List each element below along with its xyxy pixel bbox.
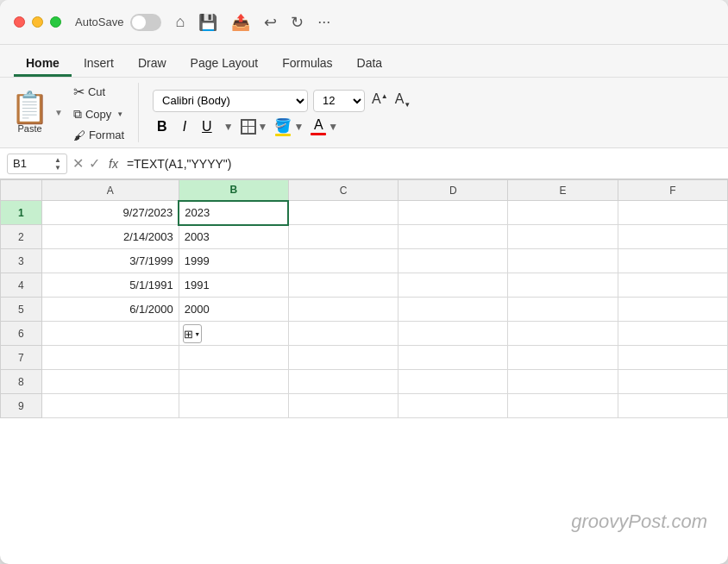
cell[interactable] [618,201,727,225]
row-header-3[interactable]: 3 [1,249,42,273]
cell[interactable] [508,370,618,394]
minimize-button[interactable] [32,16,43,28]
paste-dropdown[interactable]: ▼ [54,108,63,117]
cell[interactable] [399,298,508,322]
fill-color-button[interactable]: 🪣 ▼ [274,117,304,136]
cell[interactable] [399,225,508,249]
cell[interactable] [41,322,179,346]
cell[interactable] [618,298,727,322]
cell[interactable]: 9/27/2023 [41,201,179,225]
cell[interactable]: 2023 [179,201,288,225]
cell[interactable] [508,298,618,322]
autosave-toggle[interactable] [130,14,161,31]
more-icon[interactable]: ··· [317,13,330,31]
formula-input[interactable] [127,157,721,171]
cell[interactable] [288,273,398,298]
row-header-2[interactable]: 2 [1,225,42,249]
fill-color-dropdown-icon[interactable]: ▼ [293,121,304,133]
cell[interactable]: 2000 [179,298,288,322]
cell[interactable] [618,394,727,418]
bold-button[interactable]: B [153,117,172,136]
cell[interactable] [399,394,508,418]
redo-icon[interactable]: ↻ [291,13,304,32]
row-header-1[interactable]: 1 [1,201,42,225]
tab-page-layout[interactable]: Page Layout [179,51,271,77]
decrease-font-size-button[interactable]: A▼ [393,90,413,110]
borders-dropdown-icon[interactable]: ▼ [258,121,268,133]
cell[interactable]: ⊞▼ [179,322,288,346]
cell[interactable] [288,249,398,273]
cell[interactable] [179,394,288,418]
confirm-formula-button[interactable]: ✓ [89,155,100,172]
cell[interactable]: 3/7/1999 [41,249,179,273]
spreadsheet[interactable]: A B C D E F 19/27/2023202322/14/20032003… [0,179,728,418]
tab-data[interactable]: Data [345,51,395,77]
row-header-8[interactable]: 8 [1,370,42,394]
row-header-4[interactable]: 4 [1,273,42,298]
cell[interactable]: 5/1/1991 [41,273,179,298]
cell[interactable] [508,322,618,346]
tab-insert[interactable]: Insert [72,51,126,77]
col-header-d[interactable]: D [399,180,508,201]
italic-button[interactable]: I [179,117,191,136]
cell[interactable] [288,394,398,418]
cell[interactable] [399,201,508,225]
col-header-c[interactable]: C [288,180,398,201]
row-header-6[interactable]: 6 [1,322,42,346]
col-header-a[interactable]: A [41,180,179,201]
col-header-b[interactable]: B [179,180,288,201]
cell[interactable] [618,273,727,298]
row-header-5[interactable]: 5 [1,298,42,322]
tab-formulas[interactable]: Formulas [270,51,344,77]
cell[interactable]: 2/14/2003 [41,225,179,249]
underline-button[interactable]: U [198,117,217,136]
cell[interactable] [508,394,618,418]
cell[interactable] [288,370,398,394]
cell[interactable] [288,322,398,346]
close-button[interactable] [14,16,25,28]
cell[interactable] [508,249,618,273]
cell[interactable] [618,346,727,370]
cell[interactable] [288,298,398,322]
cell[interactable] [508,201,618,225]
cell[interactable] [399,370,508,394]
cell[interactable] [179,346,288,370]
maximize-button[interactable] [50,16,61,28]
copy-button[interactable]: ⧉ Copy ▼ [70,105,128,123]
underline-dropdown-icon[interactable]: ▼ [223,121,234,133]
col-header-e[interactable]: E [508,180,618,201]
cell[interactable]: 6/1/2000 [41,298,179,322]
flash-fill-icon[interactable]: ⊞▼ [183,324,202,343]
cell[interactable]: 2003 [179,225,288,249]
cell[interactable] [179,370,288,394]
col-header-f[interactable]: F [618,180,727,201]
font-color-dropdown-icon[interactable]: ▼ [328,121,338,133]
increase-font-size-button[interactable]: A▲ [370,90,390,110]
cell[interactable] [618,249,727,273]
cell[interactable]: 1991 [179,273,288,298]
tab-draw[interactable]: Draw [126,51,179,77]
cell[interactable] [618,370,727,394]
cell[interactable] [41,346,179,370]
cell[interactable] [508,273,618,298]
cell[interactable] [618,225,727,249]
cell[interactable] [508,225,618,249]
upload-icon[interactable]: 📤 [231,13,250,32]
row-header-9[interactable]: 9 [1,394,42,418]
cell[interactable]: 1999 [179,249,288,273]
cell[interactable] [288,201,398,225]
cell[interactable] [508,346,618,370]
font-size-select[interactable]: 12 [313,90,365,112]
font-color-button[interactable]: A ▼ [311,117,338,135]
cell[interactable] [618,322,727,346]
cell[interactable] [288,346,398,370]
save-icon[interactable]: 💾 [198,13,217,32]
cell[interactable] [399,249,508,273]
paste-button[interactable]: 📋 Paste [10,92,49,134]
undo-icon[interactable]: ↩ [264,13,277,32]
cell[interactable] [41,370,179,394]
cell[interactable] [399,346,508,370]
cut-button[interactable]: ✂ Cut [70,82,128,102]
cancel-formula-button[interactable]: ✕ [72,155,84,172]
copy-dropdown-icon[interactable]: ▼ [116,110,123,118]
